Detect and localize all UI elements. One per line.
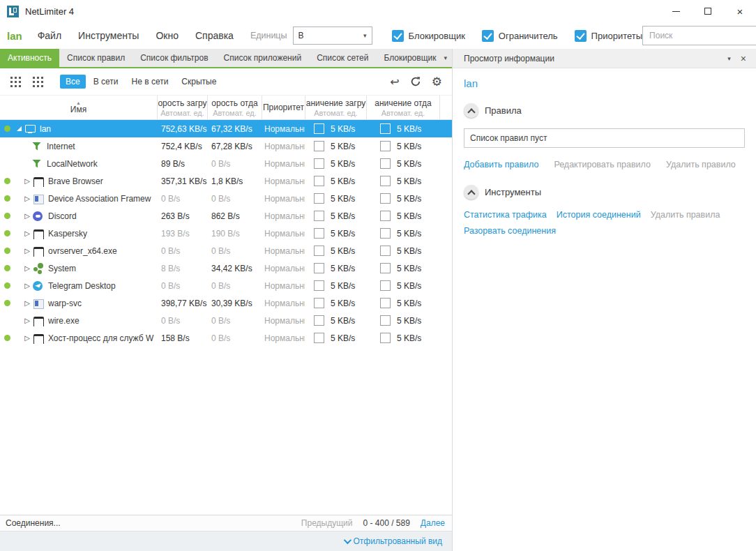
priority-cell[interactable]: Нормальнь (262, 142, 305, 151)
filter-button[interactable]: В сети (88, 75, 124, 89)
feature-toggle[interactable]: Ограничитель (482, 30, 558, 42)
previous-page-link[interactable]: Предыдущий (301, 518, 353, 528)
column-header-priority[interactable]: Приоритет (262, 96, 305, 119)
menu-item[interactable]: Файл (38, 30, 61, 41)
upload-limit-checkbox[interactable] (380, 280, 391, 291)
upload-limit-value[interactable]: 5 KB/s (397, 194, 421, 204)
priority-cell[interactable]: Нормальнь (262, 281, 305, 291)
upload-limit-checkbox[interactable] (380, 298, 391, 308)
priority-cell[interactable]: Нормальнь (262, 333, 305, 343)
grid-view-icon[interactable] (10, 76, 21, 87)
filter-button[interactable]: Скрытые (176, 75, 222, 89)
priority-cell[interactable]: Нормальнь (262, 211, 305, 221)
table-row[interactable]: Device Association Framew 0 B/s 0 B/s Но… (0, 190, 452, 207)
tree-expander-icon[interactable] (22, 195, 33, 202)
priority-cell[interactable]: Нормальнь (262, 264, 305, 273)
menu-item[interactable]: Инструменты (78, 30, 139, 41)
download-limit-checkbox[interactable] (314, 280, 324, 291)
download-limit-checkbox[interactable] (314, 141, 324, 151)
column-header-upload-rate[interactable]: орость отда Автомат. ед. (207, 96, 262, 119)
download-limit-checkbox[interactable] (314, 246, 324, 256)
feature-toggle[interactable]: Приоритеты (575, 30, 642, 42)
download-limit-checkbox[interactable] (314, 228, 324, 239)
table-row[interactable]: Хост-процесс для служб W 158 B/s 0 B/s Н… (0, 329, 452, 347)
table-row[interactable]: Internet 752,4 KB/s 67,28 KB/s Нормальнь… (0, 137, 452, 155)
upload-limit-value[interactable]: 5 KB/s (397, 333, 421, 343)
download-limit-value[interactable]: 5 KB/s (331, 316, 355, 326)
priority-cell[interactable]: Нормальнь (262, 194, 305, 204)
rule-action-link[interactable]: Удалить правило (666, 160, 736, 169)
download-limit-checkbox[interactable] (314, 123, 324, 134)
tree-expander-icon[interactable] (22, 299, 33, 307)
checked-checkbox-icon[interactable] (482, 30, 494, 42)
upload-limit-checkbox[interactable] (380, 141, 391, 151)
download-limit-value[interactable]: 5 KB/s (331, 299, 355, 308)
upload-limit-checkbox[interactable] (380, 228, 391, 239)
tree-expander-icon[interactable] (22, 282, 33, 289)
upload-limit-checkbox[interactable] (380, 246, 391, 256)
download-limit-checkbox[interactable] (314, 333, 324, 343)
menu-item[interactable]: Справка (195, 30, 234, 41)
tree-expander-icon[interactable] (22, 334, 33, 342)
connections-bar[interactable]: Соединения... Предыдущий 0 - 400 / 589 Д… (0, 515, 452, 531)
table-row[interactable]: Telegram Desktop 0 B/s 0 B/s Нормальнь 5… (0, 277, 452, 294)
table-row[interactable]: wire.exe 0 B/s 0 B/s Нормальнь 5 KB/s 5 … (0, 312, 452, 329)
upload-limit-value[interactable]: 5 KB/s (397, 142, 421, 151)
download-limit-value[interactable]: 5 KB/s (331, 246, 355, 256)
settings-gear-icon[interactable]: ⚙ (432, 75, 442, 89)
grid-view-alt-icon[interactable] (32, 76, 43, 87)
upload-limit-checkbox[interactable] (380, 211, 391, 221)
tree-expander-icon[interactable] (22, 212, 33, 220)
table-row[interactable]: ovrserver_x64.exe 0 B/s 0 B/s Нормальнь … (0, 242, 452, 259)
tab[interactable]: Список фильтров (133, 49, 216, 67)
tab[interactable]: Список правил (59, 49, 133, 67)
upload-limit-checkbox[interactable] (380, 315, 391, 326)
table-row[interactable]: Discord 263 B/s 862 B/s Нормальнь 5 KB/s… (0, 207, 452, 225)
download-limit-value[interactable]: 5 KB/s (331, 281, 355, 291)
refresh-icon[interactable] (410, 76, 421, 87)
close-button[interactable]: × (724, 0, 756, 22)
filter-button[interactable]: Не в сети (126, 75, 174, 89)
table-row[interactable]: LocalNetwork 89 B/s 0 B/s Нормальнь 5 KB… (0, 155, 452, 172)
upload-limit-value[interactable]: 5 KB/s (397, 229, 421, 239)
filter-button[interactable]: Все (60, 75, 86, 89)
upload-limit-value[interactable]: 5 KB/s (397, 176, 421, 186)
undo-icon[interactable]: ↩ (390, 75, 399, 89)
download-limit-value[interactable]: 5 KB/s (331, 211, 355, 221)
column-header-name[interactable]: ▲ Имя (0, 96, 157, 119)
tree-expander-icon[interactable] (22, 177, 33, 185)
tab[interactable]: Блокировщик (376, 49, 444, 67)
priority-cell[interactable]: Нормальнь (262, 176, 305, 186)
upload-limit-value[interactable]: 5 KB/s (397, 316, 421, 326)
tab[interactable]: Активность (0, 49, 59, 67)
tab[interactable]: Список приложений (216, 49, 310, 67)
tree-expander-icon[interactable] (22, 247, 33, 255)
table-row[interactable]: System 8 B/s 34,42 KB/s Нормальнь 5 KB/s… (0, 259, 452, 277)
column-header-upload-limit[interactable]: аничение отда Автомат. ед. (366, 96, 439, 119)
download-limit-checkbox[interactable] (314, 315, 324, 326)
panel-close-icon[interactable]: × (741, 54, 746, 63)
tree-expander-icon[interactable] (13, 126, 24, 131)
upload-limit-value[interactable]: 5 KB/s (397, 281, 421, 291)
next-page-link[interactable]: Далее (421, 518, 445, 528)
search-input[interactable] (642, 26, 756, 45)
upload-limit-value[interactable]: 5 KB/s (397, 246, 421, 256)
priority-cell[interactable]: Нормальнь (262, 246, 305, 256)
tab[interactable]: Список сетей (309, 49, 376, 67)
column-header-download-limit[interactable]: аничение загру Автомат. ед. (305, 96, 366, 119)
table-row[interactable]: lan 752,63 KB/s 67,32 KB/s Нормальнь 5 K… (0, 120, 452, 137)
filtered-view-link[interactable]: Отфильтрованный вид (354, 536, 442, 546)
tree-expander-icon[interactable] (22, 229, 33, 237)
upload-limit-checkbox[interactable] (380, 193, 391, 204)
checked-checkbox-icon[interactable] (392, 30, 404, 42)
rule-action-link[interactable]: Редактировать правило (554, 160, 651, 169)
minimize-button[interactable] (660, 0, 692, 22)
priority-cell[interactable]: Нормальнь (262, 229, 305, 239)
upload-limit-checkbox[interactable] (380, 333, 391, 343)
priority-cell[interactable]: Нормальнь (262, 316, 305, 326)
tool-action-link[interactable]: История соединений (557, 210, 641, 220)
upload-limit-checkbox[interactable] (380, 263, 391, 273)
tool-action-link[interactable]: Разорвать соединения (464, 226, 556, 236)
tree-expander-icon[interactable] (22, 264, 33, 272)
rule-action-link[interactable]: Добавить правило (464, 160, 538, 169)
